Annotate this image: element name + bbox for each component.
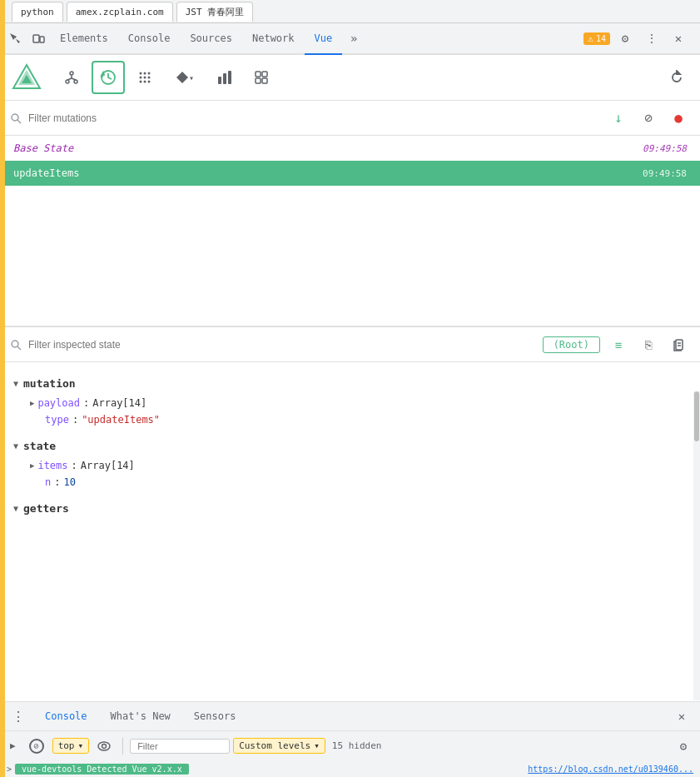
download-mutations-btn[interactable]: ↓ <box>607 107 630 130</box>
svg-point-15 <box>148 72 151 75</box>
block-icon: ⊘ <box>29 739 44 754</box>
svg-line-32 <box>17 120 21 123</box>
context-selector[interactable]: top ▾ <box>52 738 90 754</box>
mutation-section: mutation ▶ payload : Array[14] type : "u… <box>0 369 700 431</box>
browser-tab-bar: python amex.zcplain.com JST 青春阿里 <box>0 0 700 23</box>
tab-sources[interactable]: Sources <box>180 23 242 55</box>
mutations-list: Base State 09:49:58 updateItems 09:49:58 <box>0 136 700 327</box>
svg-line-10 <box>72 78 76 80</box>
svg-rect-25 <box>228 71 231 84</box>
vue-detected-badge: vue-devtools Detected Vue v2.x.x <box>15 764 189 775</box>
scrollbar-thumb[interactable] <box>694 391 699 441</box>
time-travel-btn[interactable] <box>92 61 125 94</box>
svg-point-19 <box>140 81 142 83</box>
inspector-filter-input[interactable] <box>28 339 536 351</box>
mutation-item-updateitems[interactable]: updateItems 09:49:58 <box>0 161 700 186</box>
vue-logo <box>12 62 42 94</box>
svg-marker-12 <box>102 72 104 76</box>
block-context-btn[interactable]: ⊘ <box>24 737 49 755</box>
svg-rect-1 <box>40 37 44 42</box>
payload-expand-arrow[interactable]: ▶ <box>30 399 34 407</box>
svg-marker-22 <box>176 72 188 83</box>
more-options-btn[interactable]: ⋮ <box>640 27 663 50</box>
console-tab-console[interactable]: Console <box>37 702 96 732</box>
svg-point-13 <box>140 72 142 75</box>
clipboard-state-btn[interactable] <box>667 333 690 356</box>
vuex-settings-btn[interactable] <box>245 61 278 94</box>
svg-point-6 <box>66 80 69 83</box>
state-header[interactable]: state <box>0 435 700 457</box>
yellow-border-indicator <box>0 0 5 777</box>
state-items-row: ▶ items : Array[14] <box>0 457 700 474</box>
block-mutations-btn[interactable]: ⊘ <box>637 107 660 130</box>
levels-selector[interactable]: Custom levels ▾ <box>233 738 325 754</box>
mutations-filter-input[interactable] <box>28 112 600 124</box>
svg-rect-26 <box>256 72 261 77</box>
play-context-btn[interactable]: ▶ <box>5 739 21 753</box>
state-expand-arrow <box>13 441 18 451</box>
scrollbar[interactable] <box>693 391 700 700</box>
mutation-expand-arrow <box>13 379 18 388</box>
items-expand-arrow[interactable]: ▶ <box>30 461 34 470</box>
eye-btn[interactable] <box>92 740 116 753</box>
close-console-btn[interactable]: ✕ <box>670 705 693 728</box>
mutation-header[interactable]: mutation <box>0 372 700 395</box>
vue-toolbar: ▾ <box>0 55 700 101</box>
record-mutations-btn[interactable]: ● <box>667 107 690 130</box>
state-section: state ▶ items : Array[14] n : 10 <box>0 431 700 494</box>
page-url[interactable]: https://blog.csdn.net/u0139460... <box>528 765 693 774</box>
tab-console[interactable]: Console <box>118 23 181 55</box>
console-bar: ⋮ Console What's New Sensors ✕ <box>0 701 700 731</box>
svg-point-16 <box>140 77 142 79</box>
getters-section: getters <box>0 494 700 523</box>
more-tabs-btn[interactable]: » <box>342 27 365 50</box>
console-settings-btn[interactable]: ⚙ <box>672 735 695 758</box>
inspector-search-icon <box>10 339 22 351</box>
console-filter-input[interactable] <box>130 739 230 754</box>
svg-rect-24 <box>223 73 226 84</box>
tab-python[interactable]: python <box>12 2 63 22</box>
route-btn[interactable]: ▾ <box>165 61 205 94</box>
svg-rect-29 <box>262 78 267 83</box>
state-tree: mutation ▶ payload : Array[14] type : "u… <box>0 362 700 612</box>
tab-network[interactable]: Network <box>242 23 305 55</box>
hidden-count: 15 hidden <box>332 740 382 751</box>
mutation-type-row: type : "updateItems" <box>0 411 700 428</box>
tab-amex[interactable]: amex.zcplain.com <box>67 2 173 22</box>
svg-rect-23 <box>218 77 221 84</box>
console-tab-sensors[interactable]: Sensors <box>186 702 245 732</box>
devtools-tabs: Elements Console Sources Network Vue » ⚠… <box>0 23 700 55</box>
svg-line-34 <box>17 346 21 350</box>
inspector-filter-bar: (Root) ≡ ⎘ <box>0 327 700 362</box>
root-selector[interactable]: (Root) <box>543 336 600 353</box>
device-toggle-btn[interactable] <box>27 27 50 50</box>
warning-badge[interactable]: ⚠ 14 <box>583 32 610 45</box>
mutation-payload-row: ▶ payload : Array[14] <box>0 395 700 411</box>
refresh-btn[interactable] <box>660 61 693 94</box>
performance-btn[interactable] <box>208 61 241 94</box>
search-icon <box>10 112 22 124</box>
tab-elements[interactable]: Elements <box>50 23 118 55</box>
console-menu-btn[interactable]: ⋮ <box>7 705 30 728</box>
tab-jst[interactable]: JST 青春阿里 <box>176 2 254 22</box>
getters-expand-arrow <box>13 504 18 513</box>
component-events-btn[interactable] <box>128 61 161 94</box>
svg-point-18 <box>148 77 151 79</box>
base-state-item[interactable]: Base State 09:49:58 <box>0 136 700 161</box>
component-tree-btn[interactable] <box>55 61 88 94</box>
svg-point-7 <box>74 80 77 83</box>
close-devtools-btn[interactable]: ✕ <box>667 27 690 50</box>
getters-header[interactable]: getters <box>0 497 700 520</box>
state-n-row: n : 10 <box>0 474 700 491</box>
svg-rect-35 <box>676 340 683 350</box>
console-tab-whats-new[interactable]: What's New <box>102 702 179 732</box>
svg-rect-28 <box>256 78 261 83</box>
filter-icon-btn[interactable]: ≡ <box>607 333 630 356</box>
svg-point-14 <box>144 72 146 75</box>
svg-point-31 <box>12 114 18 121</box>
svg-line-9 <box>67 78 72 80</box>
inspect-element-btn[interactable] <box>3 27 27 50</box>
settings-btn[interactable]: ⚙ <box>613 27 637 50</box>
tab-vue[interactable]: Vue <box>305 23 343 55</box>
copy-state-btn[interactable]: ⎘ <box>637 333 660 356</box>
